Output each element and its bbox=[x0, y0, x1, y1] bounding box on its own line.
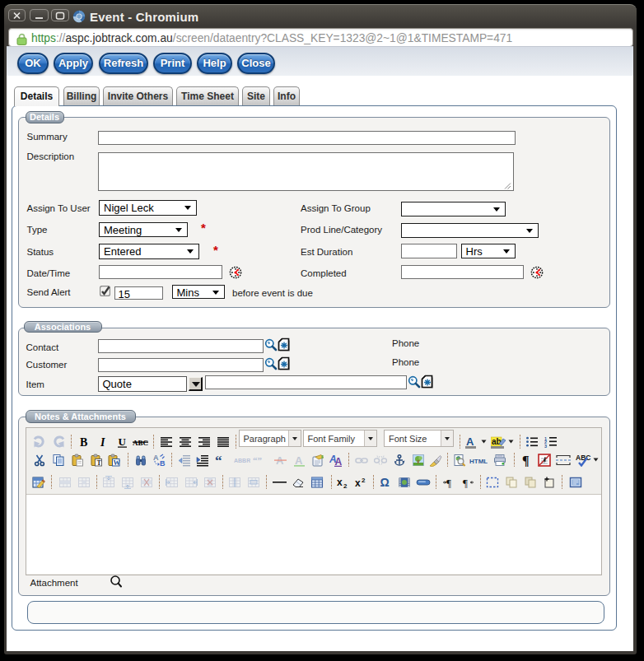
svg-text:x: x bbox=[355, 477, 361, 489]
svg-text:x: x bbox=[337, 477, 343, 488]
svg-text:Ω: Ω bbox=[380, 476, 390, 489]
svg-text:HTML: HTML bbox=[469, 458, 488, 465]
svg-text:A: A bbox=[466, 435, 474, 448]
svg-text:A: A bbox=[295, 454, 303, 467]
svg-text:T: T bbox=[96, 459, 101, 466]
svg-text:¶: ¶ bbox=[463, 477, 468, 489]
svg-text:I: I bbox=[100, 436, 105, 449]
svg-text:ABC: ABC bbox=[576, 454, 590, 462]
svg-text:3: 3 bbox=[544, 443, 547, 448]
svg-text:B: B bbox=[160, 459, 166, 467]
svg-text:B: B bbox=[80, 436, 87, 449]
svg-text:A: A bbox=[153, 454, 159, 462]
svg-text:¶: ¶ bbox=[446, 477, 451, 489]
svg-text:W: W bbox=[113, 458, 120, 466]
svg-text:“: “ bbox=[215, 454, 222, 467]
svg-text:A: A bbox=[334, 456, 342, 467]
svg-text:“”: “” bbox=[253, 455, 262, 465]
svg-text:2: 2 bbox=[343, 482, 348, 489]
svg-text:U: U bbox=[119, 435, 127, 448]
svg-text:ABBR: ABBR bbox=[234, 458, 250, 463]
svg-text:¶: ¶ bbox=[522, 454, 530, 467]
svg-text:ABC: ABC bbox=[133, 439, 148, 447]
svg-text:2: 2 bbox=[362, 477, 366, 484]
svg-text:ab: ab bbox=[492, 437, 502, 446]
